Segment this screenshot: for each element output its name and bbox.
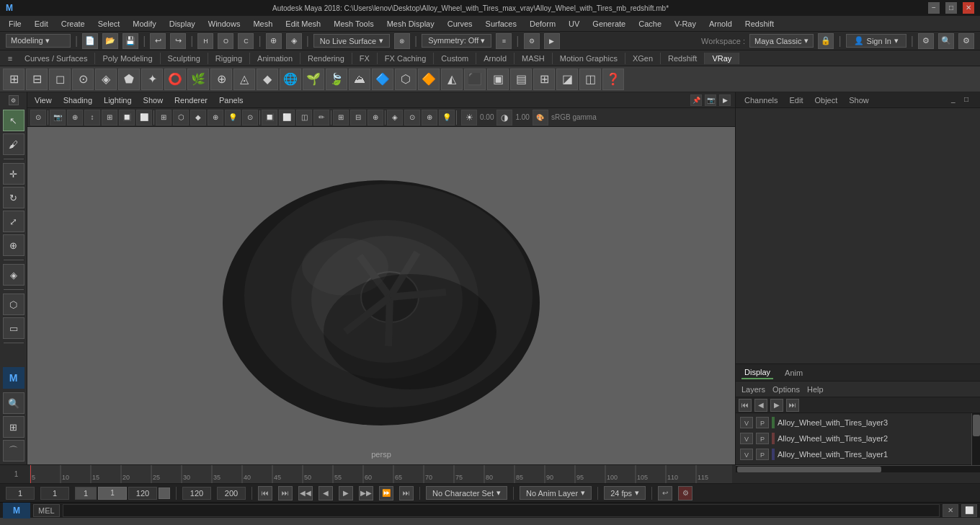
go-to-end-button[interactable]: ⏭ bbox=[399, 486, 414, 500]
shelf-tab-curves-surfaces[interactable]: Curves / Surfaces bbox=[17, 53, 95, 64]
snap-grid-button[interactable]: ⊞ bbox=[3, 416, 24, 438]
shelf-icon-6[interactable]: ⬟ bbox=[118, 69, 140, 90]
shelf-icon-19[interactable]: 🔶 bbox=[418, 69, 440, 90]
menu-uv[interactable]: UV bbox=[563, 18, 585, 30]
vp-tool-11[interactable]: ⊕ bbox=[208, 110, 223, 125]
workspace-dropdown[interactable]: Maya Classic ▾ bbox=[749, 34, 814, 48]
vp-tool-24[interactable]: 💡 bbox=[439, 110, 455, 125]
menu-windows[interactable]: Windows bbox=[202, 18, 246, 30]
anim-tab[interactable]: Anim bbox=[782, 367, 806, 379]
vp-tool-9[interactable]: ⬡ bbox=[173, 110, 189, 125]
mode-dropdown[interactable]: Modeling ▾ bbox=[6, 34, 71, 48]
help-button[interactable]: ⚙ bbox=[918, 33, 934, 49]
menu-create[interactable]: Create bbox=[55, 18, 91, 30]
shelf-menu-icon[interactable]: ≡ bbox=[3, 54, 17, 63]
char-set-selector[interactable]: No Character Set ▾ bbox=[426, 486, 507, 500]
range-end-field[interactable]: 200 bbox=[217, 487, 246, 500]
select-by-object-button[interactable]: O bbox=[218, 33, 233, 49]
go-to-start-button[interactable]: ⏮ bbox=[258, 486, 272, 500]
shelf-icon-8[interactable]: ⭕ bbox=[164, 69, 186, 90]
shelf-tab-custom[interactable]: Custom bbox=[434, 53, 476, 64]
shelf-tab-redshift[interactable]: Redshift bbox=[661, 53, 705, 64]
viewport-canvas[interactable]: persp bbox=[27, 127, 735, 464]
edit-tab[interactable]: Edit bbox=[786, 94, 806, 106]
scale-tool-button[interactable]: ⤢ bbox=[3, 211, 24, 232]
rotate-tool-button[interactable]: ↻ bbox=[3, 187, 24, 208]
vp-gain-icon[interactable]: ◑ bbox=[496, 110, 512, 125]
anim-end-right[interactable]: 120 bbox=[182, 487, 211, 500]
shelf-icon-22[interactable]: ▣ bbox=[487, 69, 509, 90]
workspace-lock-button[interactable]: 🔒 bbox=[818, 33, 834, 49]
step-back-button[interactable]: ⏭ bbox=[278, 486, 293, 500]
layer-nav-next-next[interactable]: ⏭ bbox=[786, 399, 799, 412]
menu-mesh-tools[interactable]: Mesh Tools bbox=[328, 18, 379, 30]
shelf-tab-motion-graphics[interactable]: Motion Graphics bbox=[553, 53, 625, 64]
shelf-icon-23[interactable]: ▤ bbox=[510, 69, 532, 90]
vp-tool-22[interactable]: ⊙ bbox=[404, 110, 420, 125]
shelf-icon-10[interactable]: ⊕ bbox=[210, 69, 232, 90]
prev-frame-button[interactable]: ◀◀ bbox=[298, 486, 313, 500]
vp-tool-16[interactable]: ◫ bbox=[296, 110, 312, 125]
vp-tool-3[interactable]: ⊕ bbox=[67, 110, 83, 125]
select-tool-button[interactable]: ↖ bbox=[3, 110, 24, 131]
layer-1-p-button[interactable]: P bbox=[756, 449, 769, 460]
maximize-button[interactable]: □ bbox=[945, 2, 957, 14]
shelf-icon-1[interactable]: ⊞ bbox=[3, 69, 24, 90]
menu-surfaces[interactable]: Surfaces bbox=[480, 18, 522, 30]
layer-2-p-button[interactable]: P bbox=[756, 433, 769, 444]
anim-layer-selector[interactable]: No Anim Layer ▾ bbox=[520, 486, 592, 500]
loop-button[interactable]: ↩ bbox=[658, 486, 672, 500]
vp-tool-17[interactable]: ✏ bbox=[313, 110, 329, 125]
vp-camera-icon[interactable]: 📷 bbox=[705, 94, 716, 106]
vp-menu-show[interactable]: Show bbox=[141, 96, 166, 105]
vp-tool-23[interactable]: ⊕ bbox=[422, 110, 437, 125]
vp-tool-15[interactable]: ⬜ bbox=[279, 110, 295, 125]
shelf-tab-fx-caching[interactable]: FX Caching bbox=[378, 53, 434, 64]
rect-select-button[interactable]: ▭ bbox=[3, 317, 24, 339]
options-sub-tab[interactable]: Options bbox=[772, 385, 800, 394]
menu-vray[interactable]: V-Ray bbox=[669, 18, 702, 30]
layer-nav-prev-prev[interactable]: ⏮ bbox=[739, 399, 752, 412]
shelf-icon-3[interactable]: ◻ bbox=[49, 69, 71, 90]
prev-key-button[interactable]: ◀ bbox=[318, 486, 333, 500]
layer-2-v-button[interactable]: V bbox=[740, 433, 753, 444]
vp-tool-18[interactable]: ⊞ bbox=[333, 110, 349, 125]
menu-edit[interactable]: Edit bbox=[29, 18, 54, 30]
menu-cache[interactable]: Cache bbox=[633, 18, 667, 30]
undo-button[interactable]: ↩ bbox=[150, 33, 166, 49]
vp-tool-7[interactable]: ⬜ bbox=[136, 110, 152, 125]
shelf-icon-27[interactable]: ❓ bbox=[602, 69, 624, 90]
menu-file[interactable]: File bbox=[3, 18, 27, 30]
menu-redshift[interactable]: Redshift bbox=[739, 18, 780, 30]
layer-3-name[interactable]: Alloy_Wheel_with_Tires_layer3 bbox=[778, 418, 967, 427]
select-by-hierarchy-button[interactable]: H bbox=[197, 33, 213, 49]
vp-tool-6[interactable]: 🔲 bbox=[119, 110, 135, 125]
vp-tool-10[interactable]: ◆ bbox=[190, 110, 206, 125]
settings-button[interactable]: ⚙ bbox=[958, 33, 974, 49]
vp-tool-13[interactable]: ⊙ bbox=[242, 110, 258, 125]
select-by-component-button[interactable]: C bbox=[238, 33, 254, 49]
anim-start-marker[interactable]: 1 bbox=[75, 487, 97, 500]
show-manip-button[interactable]: ⬡ bbox=[3, 294, 24, 315]
anim-end-left[interactable]: 120 bbox=[128, 487, 157, 500]
vp-menu-view[interactable]: View bbox=[32, 96, 55, 105]
new-scene-button[interactable]: 📄 bbox=[82, 33, 98, 49]
live-surface-icon[interactable]: ⊗ bbox=[394, 33, 410, 49]
open-scene-button[interactable]: 📂 bbox=[102, 33, 118, 49]
sign-in-button[interactable]: 👤 Sign In ▾ bbox=[846, 34, 906, 48]
toolbar-settings-icon[interactable]: ⚙ bbox=[9, 95, 19, 105]
vp-color-profile-icon[interactable]: 🎨 bbox=[533, 110, 548, 125]
symmetry-selector[interactable]: Symmetry: Off ▾ bbox=[422, 34, 491, 48]
vp-tool-21[interactable]: ◈ bbox=[387, 110, 403, 125]
shelf-icon-26[interactable]: ◫ bbox=[579, 69, 601, 90]
shelf-icon-13[interactable]: 🌐 bbox=[280, 69, 301, 90]
vp-render-icon[interactable]: ▶ bbox=[719, 94, 731, 106]
panel-expand-icon[interactable]: □ bbox=[964, 95, 974, 105]
soft-mod-tool-button[interactable]: ◈ bbox=[3, 264, 24, 286]
menu-curves[interactable]: Curves bbox=[442, 18, 478, 30]
shelf-tab-xgen[interactable]: XGen bbox=[625, 53, 661, 64]
menu-generate[interactable]: Generate bbox=[587, 18, 631, 30]
layer-nav-prev[interactable]: ◀ bbox=[754, 399, 767, 412]
live-surface-selector[interactable]: No Live Surface ▾ bbox=[313, 34, 390, 48]
menu-mesh[interactable]: Mesh bbox=[247, 18, 278, 30]
